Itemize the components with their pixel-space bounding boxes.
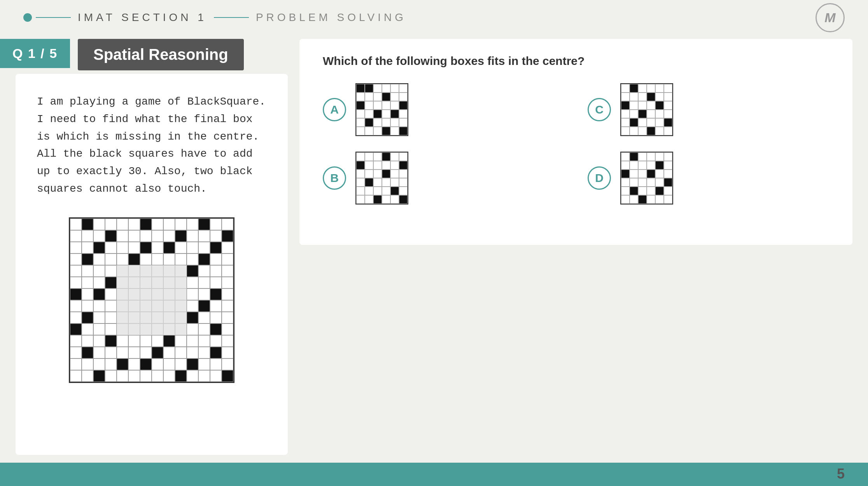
puzzle-grid [69,217,234,383]
option-a-grid [355,83,408,136]
option-b-grid [355,152,408,205]
puzzle-grid-container [37,217,266,383]
footer-bar [0,463,868,486]
logo: M [816,3,845,32]
option-c-grid [620,83,673,136]
option-c-label: C [588,98,611,121]
option-a[interactable]: A [323,83,564,136]
header-line-left [36,17,71,18]
option-b[interactable]: B [323,152,564,205]
option-c[interactable]: C [588,83,829,136]
question-title: Spatial Reasoning [78,39,244,70]
page-number: 5 [837,466,845,482]
option-d[interactable]: D [588,152,829,205]
option-b-label: B [323,166,346,190]
left-panel: I am playing a game of BlackSquare. I ne… [16,74,288,455]
header-dot [23,13,32,22]
question-badge: Q 1 / 5 [0,39,70,68]
option-a-label: A [323,98,346,121]
question-text: I am playing a game of BlackSquare. I ne… [37,93,266,198]
answer-question: Which of the following boxes fits in the… [323,54,829,68]
option-d-label: D [588,166,611,190]
right-panel: Which of the following boxes fits in the… [299,39,852,245]
header-line-right [214,17,249,18]
header: IMAT SECTION 1 PROBLEM SOLVING M [0,0,868,35]
section-title: IMAT SECTION 1 [78,11,207,24]
option-d-grid [620,152,673,205]
topic-title: PROBLEM SOLVING [256,11,406,24]
options-grid: A C B D [323,83,829,205]
